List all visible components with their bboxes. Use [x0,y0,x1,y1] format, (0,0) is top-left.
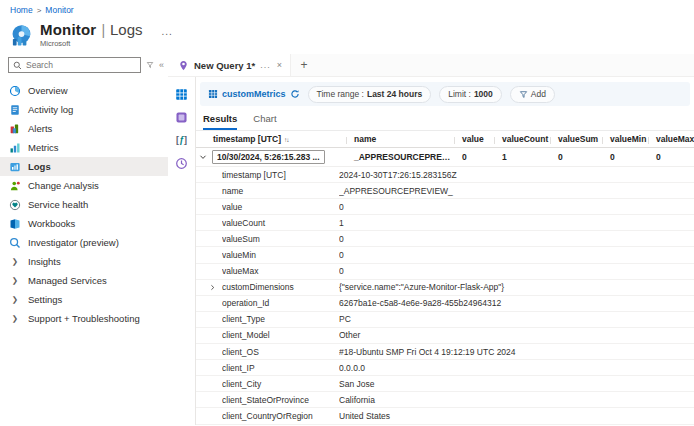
column-header-valuecount[interactable]: valueCount [494,134,550,144]
sidebar-item-label: Change Analysis [28,180,99,191]
sidebar-item-investigator-preview[interactable]: Investigator (preview) [0,233,168,252]
sidebar-item-change-analysis[interactable]: Change Analysis [0,176,168,195]
sort-icon[interactable]: ↑↓ [284,136,289,143]
tables-icon[interactable] [175,87,189,101]
functions-icon[interactable]: [ƒ] [175,133,189,147]
limit-pill[interactable]: Limit : 1000 [439,86,502,103]
add-filter-label: Add [531,89,546,99]
column-header-valuemax[interactable]: valueMax [648,134,694,144]
sidebar-nav: OverviewActivity logAlertsMetricsLogsCha… [0,81,168,328]
sidebar-item-logs[interactable]: Logs [0,157,168,176]
detail-value: United States [339,411,694,421]
cell-name: _APPRESOURCEPREVIE... [346,152,454,162]
detail-label: customDimensions [222,282,339,292]
results-table-header: timestamp [UTC]↑↓namevaluevalueCountvalu… [196,131,694,148]
sidebar-item-activity-log[interactable]: Activity log [0,100,168,119]
sidebar-item-label: Investigator (preview) [28,237,119,248]
sidebar-item-workbooks[interactable]: Workbooks [0,214,168,233]
sidebar: « OverviewActivity logAlertsMetricsLogsC… [0,54,168,425]
sidebar-item-label: Support + Troubleshooting [28,313,140,324]
detail-value: _APPRESOURCEPREVIEW_ [339,186,694,196]
time-range-label: Time range : [317,89,364,99]
detail-row-valuemax: valueMax0 [196,264,694,280]
column-header-name[interactable]: name [346,134,454,144]
search-icon [13,61,22,70]
tab-more-button[interactable]: ... [260,60,271,70]
investigator-icon [9,237,21,249]
sidebar-item-managed-services[interactable]: ❯Managed Services [0,271,168,290]
detail-row-client-city: client_CitySan Jose [196,376,694,392]
tab-new-query-1[interactable]: New Query 1* ... × [168,54,291,76]
result-view-tabs: ResultsChart [196,106,694,131]
detail-label: valueMax [222,266,339,276]
sidebar-item-label: Alerts [28,123,52,134]
query-toolbar: customMetrics Time range : Last 24 hours… [200,82,690,106]
detail-row-operation-id: operation_Id6267ba1e-c5a8-4e6e-9a28-455b… [196,296,694,312]
column-header-timestamp-utc[interactable]: timestamp [UTC]↑↓ [196,134,346,144]
detail-label: timestamp [UTC] [222,170,339,180]
breadcrumb-home-link[interactable]: Home [10,5,33,15]
limit-value: 1000 [474,89,493,99]
tab-bar-empty-space [317,54,694,76]
column-header-valuemin[interactable]: valueMin [602,134,648,144]
metrics-icon [9,142,21,154]
column-header-value[interactable]: value [454,134,494,144]
sidebar-item-metrics[interactable]: Metrics [0,138,168,157]
service-health-icon [9,199,21,211]
time-range-value: Last 24 hours [367,89,422,99]
tab-label: New Query 1* [194,60,255,71]
page-subtitle: Microsoft [40,39,173,48]
add-filter-pill[interactable]: Add [510,86,555,103]
collapse-menu-icon[interactable]: « [159,61,164,70]
detail-value: San Jose [339,379,694,389]
detail-row-client-stateorprovince: client_StateOrProvinceCalifornia [196,392,694,408]
sidebar-item-service-health[interactable]: Service health [0,195,168,214]
chevron-down-icon[interactable] [199,152,209,162]
detail-label: client_Model [222,330,339,340]
detail-row-value: value0 [196,199,694,215]
detail-label: operation_Id [222,298,339,308]
sidebar-item-settings[interactable]: ❯Settings [0,290,168,309]
sidebar-item-overview[interactable]: Overview [0,81,168,100]
query-source[interactable]: customMetrics [208,89,300,99]
limit-label: Limit : [448,89,471,99]
header-more-button[interactable]: ... [162,26,173,37]
chevron-right-icon[interactable] [196,284,222,291]
change-analysis-icon [9,180,21,192]
results-table-row[interactable]: 10/30/2024, 5:26:15.283 ..._APPRESOURCEP… [196,148,694,167]
query-sidebar-icon-strip: [ƒ] [168,77,196,425]
breadcrumb-separator: > [37,6,42,15]
sidebar-item-label: Activity log [28,104,73,115]
cell-value: 0 [454,152,494,162]
sidebar-search-input[interactable] [26,60,136,70]
sidebar-item-label: Overview [28,85,68,96]
chevron-right-icon: ❯ [9,257,21,266]
tab-results[interactable]: Results [203,113,237,130]
refresh-icon[interactable] [290,89,300,99]
detail-label: valueCount [222,218,339,228]
detail-value: 0.0.0.0 [339,363,694,373]
sidebar-item-alerts[interactable]: Alerts [0,119,168,138]
timestamp-cell[interactable]: 10/30/2024, 5:26:15.283 ... [212,150,325,164]
column-header-valuesum[interactable]: valueSum [550,134,602,144]
queries-icon[interactable] [175,110,189,124]
cell-valuesum: 0 [550,152,602,162]
detail-value: Other [339,330,694,340]
tab-chart[interactable]: Chart [253,113,276,130]
query-results-panel: customMetrics Time range : Last 24 hours… [196,77,694,425]
sidebar-item-insights[interactable]: ❯Insights [0,252,168,271]
query-history-icon[interactable] [175,156,189,170]
breadcrumb-monitor-link[interactable]: Monitor [45,5,73,15]
sidebar-search-box[interactable] [8,57,141,73]
query-source-name: customMetrics [222,89,286,99]
tab-close-icon[interactable]: × [276,60,283,70]
alerts-icon [9,123,21,135]
new-tab-button[interactable]: + [291,54,317,76]
time-range-pill[interactable]: Time range : Last 24 hours [308,86,432,103]
sidebar-item-support-troubleshooting[interactable]: ❯Support + Troubleshooting [0,309,168,328]
row-details: timestamp [UTC]2024-10-30T17:26:15.28315… [196,167,694,425]
filter-icon[interactable] [146,61,154,69]
monitor-app-icon [10,24,33,47]
title-divider: | [101,22,105,38]
sidebar-item-label: Service health [28,199,88,210]
